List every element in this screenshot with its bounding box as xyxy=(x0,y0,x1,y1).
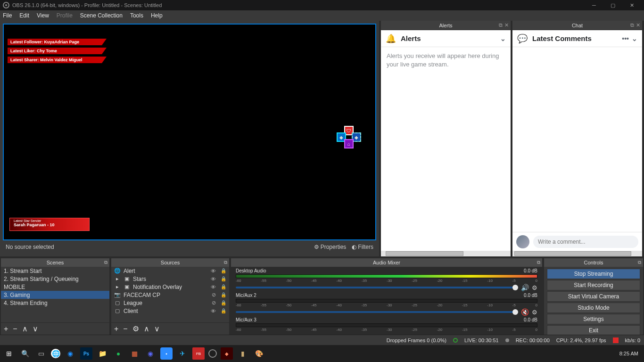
mute-button[interactable]: 🔇 xyxy=(521,308,529,316)
source-item[interactable]: 🌐Alert👁🔒 xyxy=(111,267,229,275)
volume-slider[interactable] xyxy=(236,311,518,313)
tb-app4[interactable]: 🎨 xyxy=(253,347,265,360)
source-down-button[interactable]: ∨ xyxy=(154,324,160,333)
avatar[interactable] xyxy=(516,235,529,248)
track-db: 0.0 dB xyxy=(524,317,537,322)
remove-scene-button[interactable]: − xyxy=(13,325,17,333)
maximize-button[interactable]: ▢ xyxy=(603,0,622,10)
lock-toggle[interactable]: 🔒 xyxy=(221,268,226,273)
control-exit[interactable]: Exit xyxy=(547,325,640,335)
remove-source-button[interactable]: − xyxy=(123,325,127,333)
tb-chrome[interactable]: 🌐 xyxy=(51,349,60,358)
visibility-toggle[interactable]: 👁 xyxy=(211,308,216,314)
alerts-header[interactable]: 🔔 Alerts ⌄ xyxy=(381,30,511,47)
tb-explorer[interactable]: 📁 xyxy=(96,347,108,360)
bell-icon: 🔔 xyxy=(386,33,396,44)
tb-app1[interactable]: ▦ xyxy=(128,347,140,360)
tb-edge[interactable]: ◉ xyxy=(64,347,76,360)
scene-down-button[interactable]: ∨ xyxy=(33,324,38,333)
scene-item[interactable]: MOBILE xyxy=(1,283,109,291)
menu-view[interactable]: View xyxy=(37,12,49,19)
rec-indicator-icon xyxy=(505,338,509,342)
volume-slider[interactable] xyxy=(236,287,518,288)
control-settings[interactable]: Settings xyxy=(547,314,640,324)
menu-help[interactable]: Help xyxy=(151,12,163,19)
preview-canvas[interactable]: Latest Follower: KuyaAdrian Page Latest … xyxy=(3,24,376,240)
tb-zoom[interactable]: ▪ xyxy=(160,347,173,360)
popout-icon[interactable]: ⧉ xyxy=(499,22,503,28)
search-button[interactable]: 🔍 xyxy=(19,347,31,360)
control-start-recording[interactable]: Start Recording xyxy=(547,280,640,290)
alerts-scrollbar[interactable] xyxy=(381,251,511,256)
tb-spotify[interactable]: ● xyxy=(112,347,124,360)
popout-icon[interactable]: ⧉ xyxy=(630,22,634,28)
scene-item[interactable]: 2. Stream Starting / Queueing xyxy=(1,275,109,283)
track-settings-button[interactable]: ⚙ xyxy=(532,309,537,316)
track-settings-button[interactable]: ⚙ xyxy=(532,284,537,291)
comment-input[interactable] xyxy=(533,236,638,248)
chevron-down-icon[interactable]: ⌄ xyxy=(500,35,506,42)
visibility-toggle[interactable]: 👁 xyxy=(211,276,216,282)
start-button[interactable]: ⊞ xyxy=(3,347,15,360)
filters-button[interactable]: ◐Filters xyxy=(352,244,373,250)
tb-discord[interactable]: ◉ xyxy=(144,347,157,360)
chat-header[interactable]: 💬 Latest Comments ••• ⌄ xyxy=(512,30,642,47)
lock-toggle[interactable]: 🔒 xyxy=(221,300,226,305)
close-button[interactable]: ✕ xyxy=(622,0,641,10)
control-stop-streaming[interactable]: Stop Streaming xyxy=(547,269,640,279)
tb-app3[interactable]: ◆ xyxy=(221,347,233,360)
menu-scene-collection[interactable]: Scene Collection xyxy=(80,12,123,19)
popout-icon[interactable]: ⧉ xyxy=(104,260,107,265)
source-item[interactable]: 📷FACECAM CP⊘🔒 xyxy=(111,291,229,299)
source-item[interactable]: ▢Client👁🔒 xyxy=(111,307,229,315)
mute-button[interactable]: 🔊 xyxy=(521,284,529,291)
lock-toggle[interactable]: 🔒 xyxy=(221,292,226,297)
source-item[interactable]: ▸▣Stars👁🔒 xyxy=(111,275,229,283)
close-icon[interactable]: ✕ xyxy=(504,22,509,28)
popout-icon[interactable]: ⧉ xyxy=(537,260,540,265)
popout-icon[interactable]: ⧉ xyxy=(224,260,227,265)
chat-scrollbar[interactable] xyxy=(512,251,642,256)
lock-toggle[interactable]: 🔒 xyxy=(221,276,226,281)
control-studio-mode[interactable]: Studio Mode xyxy=(547,303,640,313)
source-toolbar: No source selected ⚙Properties ◐Filters xyxy=(3,240,376,254)
menu-edit[interactable]: Edit xyxy=(19,12,29,19)
tb-telegram[interactable]: ✈ xyxy=(176,347,189,360)
add-source-button[interactable]: + xyxy=(114,325,118,333)
lock-toggle[interactable]: 🔒 xyxy=(221,284,226,289)
scene-item[interactable]: 1. Stream Start xyxy=(1,267,109,275)
obs-logo-icon xyxy=(3,2,9,8)
expand-icon[interactable]: ▸ xyxy=(114,276,121,282)
taskview-button[interactable]: ▭ xyxy=(35,347,47,360)
minimize-button[interactable]: ─ xyxy=(585,0,603,10)
visibility-toggle[interactable]: ⊘ xyxy=(212,300,216,306)
source-item[interactable]: ▸▣Notification Overlay👁🔒 xyxy=(111,283,229,291)
add-scene-button[interactable]: + xyxy=(4,325,8,333)
visibility-toggle[interactable]: ⊘ xyxy=(212,292,216,298)
tb-obs[interactable] xyxy=(208,349,217,358)
scene-item[interactable]: 4. Stream Ending xyxy=(1,299,109,307)
ticker-follower: Latest Follower: KuyaAdrian Page xyxy=(8,39,102,45)
lock-toggle[interactable]: 🔒 xyxy=(221,308,226,313)
popout-icon[interactable]: ⧉ xyxy=(638,260,641,265)
visibility-toggle[interactable]: 👁 xyxy=(211,284,216,290)
source-item[interactable]: ▢League⊘🔒 xyxy=(111,299,229,307)
visibility-toggle[interactable]: 👁 xyxy=(211,268,216,274)
scene-up-button[interactable]: ∧ xyxy=(22,324,28,333)
close-icon[interactable]: ✕ xyxy=(636,22,640,28)
properties-button[interactable]: ⚙Properties xyxy=(314,244,347,250)
control-start-virtual-camera[interactable]: Start Virtual Camera xyxy=(547,291,640,302)
scene-item[interactable]: 3. Gaming xyxy=(1,291,109,299)
tb-app2[interactable]: FB xyxy=(192,347,205,360)
tb-lol[interactable]: ▮ xyxy=(237,347,249,360)
menu-profile[interactable]: Profile xyxy=(57,12,73,19)
expand-icon[interactable]: ▸ xyxy=(114,284,121,290)
more-icon[interactable]: ••• xyxy=(622,35,629,42)
chevron-down-icon[interactable]: ⌄ xyxy=(632,35,637,42)
menu-tools[interactable]: Tools xyxy=(130,12,143,19)
source-props-button[interactable]: ⚙ xyxy=(132,324,139,333)
tb-photoshop[interactable]: Ps xyxy=(80,347,92,360)
taskbar-clock[interactable]: 8:25 AM xyxy=(619,351,641,356)
menu-file[interactable]: File xyxy=(3,12,12,19)
source-up-button[interactable]: ∧ xyxy=(144,324,149,333)
